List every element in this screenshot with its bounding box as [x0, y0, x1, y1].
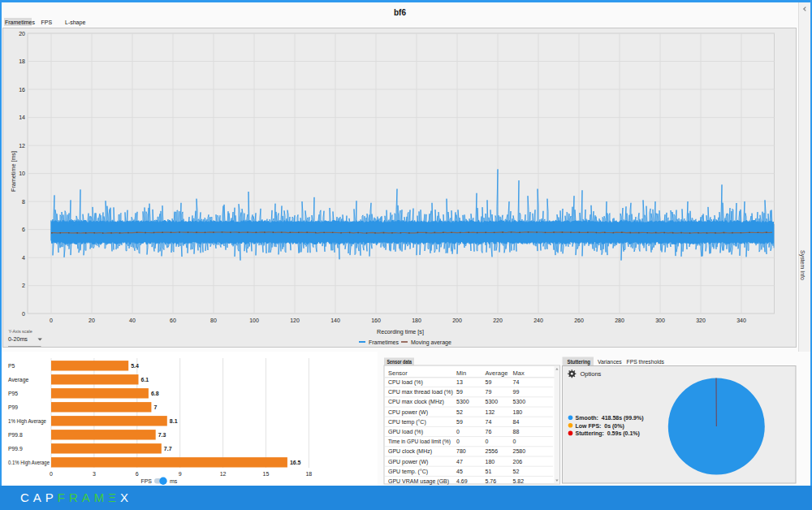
- svg-text:Smooth: 418.58s (99.9%): Smooth: 418.58s (99.9%): [576, 415, 644, 421]
- svg-text:Stuttering: 0.59s (0.1%): Stuttering: 0.59s (0.1%): [576, 430, 640, 437]
- svg-text:Options: Options: [581, 370, 602, 378]
- svg-text:Variances: Variances: [598, 359, 622, 365]
- svg-text:Low FPS: 0s (0%): Low FPS: 0s (0%): [576, 423, 624, 430]
- svg-text:FPS thresholds: FPS thresholds: [627, 359, 665, 365]
- svg-text:Stuttering: Stuttering: [568, 359, 591, 365]
